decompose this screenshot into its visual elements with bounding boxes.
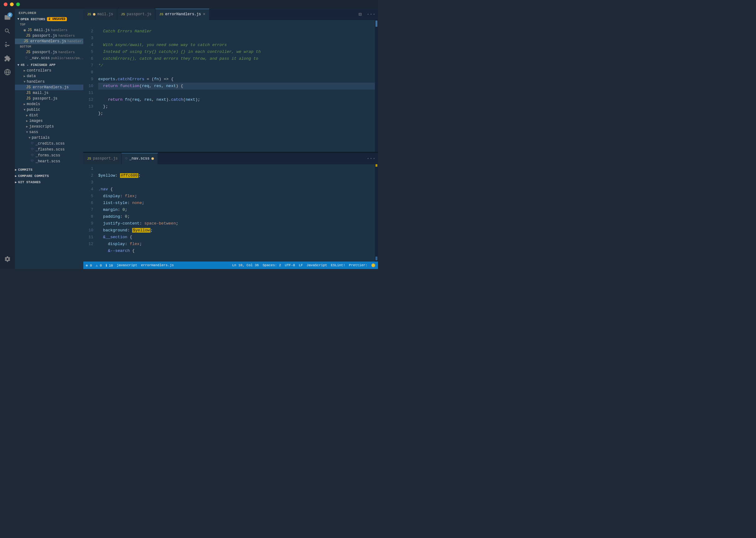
file-forms[interactable]: ♡ _forms.scss bbox=[15, 152, 83, 158]
open-editor-nav[interactable]: ♡ _nav.scss public/sass/pa... bbox=[15, 55, 83, 61]
folder-images-label: images bbox=[29, 119, 43, 123]
file-forms-label: _forms.scss bbox=[35, 153, 60, 158]
file-credits[interactable]: ♡ _credits.scss bbox=[15, 140, 83, 146]
tab-errorhandlers-label: errorHandlers.js bbox=[165, 12, 201, 17]
extensions-icon bbox=[4, 55, 11, 62]
folder-partials-label: partials bbox=[32, 135, 50, 140]
folder-public-label: public bbox=[27, 108, 40, 112]
tab-js-icon: JS bbox=[87, 157, 91, 160]
status-language[interactable]: JavaScript bbox=[307, 263, 327, 267]
status-line-ending[interactable]: LF bbox=[299, 263, 303, 267]
folder-dist[interactable]: ▶ dist bbox=[15, 113, 83, 118]
activity-search[interactable] bbox=[1, 25, 14, 37]
source-control-icon bbox=[4, 41, 11, 48]
open-editor-errorhandlers[interactable]: JS errorHandlers.js handler... bbox=[15, 38, 83, 44]
tab-css-icon: ♡ bbox=[125, 157, 127, 161]
close-icon[interactable]: × bbox=[203, 12, 205, 17]
folder-handlers[interactable]: ▼ handlers bbox=[15, 79, 83, 84]
folder-sass[interactable]: ▼ sass bbox=[15, 130, 83, 135]
code-top[interactable]: Catch Errors Handler With async/await, y… bbox=[96, 20, 378, 152]
status-encoding[interactable]: UTF-8 bbox=[285, 263, 295, 267]
folder-handlers-label: handlers bbox=[27, 80, 45, 84]
folder-sass-label: sass bbox=[29, 130, 38, 134]
folder-partials[interactable]: ▼ partials bbox=[15, 135, 83, 140]
open-editor-passport[interactable]: JS passport.js handlers bbox=[15, 33, 83, 38]
activity-remote[interactable] bbox=[1, 66, 14, 79]
file-heart[interactable]: ♡ _heart.scss bbox=[15, 158, 83, 164]
compare-commits-section[interactable]: COMPARE COMMITS bbox=[15, 173, 83, 179]
top-tab-bar: JS mail.js JS passport.js JS errorHandle… bbox=[83, 9, 378, 20]
open-editor-passport-bottom-label: passport.js bbox=[33, 50, 57, 54]
open-editors-arrow bbox=[18, 18, 19, 21]
folder-arrow: ▶ bbox=[26, 125, 28, 129]
scrollbar-bottom[interactable] bbox=[375, 164, 378, 261]
status-prettier[interactable]: Prettier: bbox=[349, 263, 368, 267]
close-button[interactable] bbox=[4, 3, 8, 6]
tab-passport-bottom[interactable]: JS passport.js bbox=[83, 153, 122, 164]
activity-settings[interactable] bbox=[1, 253, 14, 265]
activity-files[interactable]: 2 bbox=[1, 11, 14, 24]
bottom-code-editor[interactable]: 1 2 3 4 5 6 7 8 9 10 11 12 $yellow: #ffc… bbox=[83, 164, 378, 261]
folder-public[interactable]: ▼ public bbox=[15, 107, 83, 113]
folder-controllers[interactable]: ▶ controllers bbox=[15, 68, 83, 74]
minimize-button[interactable] bbox=[10, 3, 14, 6]
status-eslint[interactable]: ESLint! bbox=[331, 263, 345, 267]
open-editors-label: OPEN EDITORS bbox=[21, 18, 45, 21]
file-errorhandlers[interactable]: JS errorHandlers.js bbox=[15, 84, 83, 90]
folder-models[interactable]: ▶ models bbox=[15, 101, 83, 107]
open-editor-passport-bottom[interactable]: JS passport.js handlers bbox=[15, 49, 83, 55]
sidebar-title: EXPLORER bbox=[15, 9, 83, 16]
remote-icon bbox=[4, 69, 11, 76]
activity-bar: 2 bbox=[0, 9, 15, 269]
code-bottom[interactable]: $yellow: #ffc600; .nav { display: flex; … bbox=[96, 164, 378, 261]
status-spaces[interactable]: Spaces: 2 bbox=[263, 263, 281, 267]
more-actions-button[interactable]: ··· bbox=[364, 12, 378, 17]
editor-area: JS mail.js JS passport.js JS errorHandle… bbox=[83, 9, 378, 269]
tab-js-icon: JS bbox=[87, 13, 91, 16]
tab-passport[interactable]: JS passport.js bbox=[117, 9, 155, 20]
file-passport-label: passport.js bbox=[33, 96, 58, 101]
activity-extensions[interactable] bbox=[1, 52, 14, 65]
open-editor-mail[interactable]: JS mail.js handlers bbox=[15, 27, 83, 33]
top-code-editor[interactable]: 2 3 4 5 6 7 8 9 10 11 12 13 Catch Errors… bbox=[83, 20, 378, 152]
file-passport[interactable]: JS passport.js bbox=[15, 96, 83, 101]
folder-javascripts[interactable]: ▶ javascripts bbox=[15, 124, 83, 130]
scrollbar-top[interactable] bbox=[375, 20, 378, 152]
tab-js-icon: JS bbox=[121, 13, 125, 16]
folder-images[interactable]: ▶ images bbox=[15, 118, 83, 124]
folder-arrow: ▼ bbox=[28, 136, 30, 139]
css-icon: ♡ bbox=[31, 147, 33, 152]
commits-section[interactable]: COMMITS bbox=[15, 167, 83, 173]
file-mail[interactable]: JS mail.js bbox=[15, 90, 83, 96]
folder-javascripts-label: javascripts bbox=[29, 124, 54, 129]
git-stashes-section[interactable]: GIT STASHES bbox=[15, 179, 83, 185]
js-icon: JS bbox=[26, 96, 30, 101]
tab-errorhandlers[interactable]: JS errorHandlers.js × bbox=[155, 9, 210, 20]
open-editors-section[interactable]: OPEN EDITORS 2 UNSAVED bbox=[15, 16, 83, 22]
folder-arrow: ▼ bbox=[24, 108, 25, 112]
top-editor-pane: JS mail.js JS passport.js JS errorHandle… bbox=[83, 9, 378, 152]
maximize-button[interactable] bbox=[16, 3, 20, 6]
search-icon bbox=[4, 28, 11, 34]
tab-nav-scss-label: _nav.scss bbox=[129, 156, 150, 161]
file-mail-label: mail.js bbox=[33, 91, 48, 95]
status-cursor-position[interactable]: Ln 10, Col 36 bbox=[232, 263, 259, 267]
status-errors: ⊗ 0 bbox=[86, 263, 92, 267]
file-credits-label: _credits.scss bbox=[35, 141, 65, 146]
folder-data[interactable]: ▶ data bbox=[15, 74, 83, 79]
scroll-thumb-top-indicator bbox=[376, 164, 378, 167]
tab-passport-bottom-label: passport.js bbox=[93, 156, 118, 161]
status-warnings: ⚠ 0 bbox=[96, 263, 102, 267]
file-flashes[interactable]: ♡ _flashes.scss bbox=[15, 146, 83, 152]
tab-js-icon: JS bbox=[159, 13, 163, 16]
activity-source-control[interactable] bbox=[1, 38, 14, 51]
open-editor-nav-path: public/sass/pa... bbox=[51, 56, 83, 60]
tab-mail[interactable]: JS mail.js bbox=[83, 9, 117, 20]
split-editor-button[interactable]: ⊟ bbox=[356, 11, 364, 18]
tab-nav-scss[interactable]: ♡ _nav.scss bbox=[122, 153, 158, 164]
open-editor-errorhandlers-label: errorHandlers.js bbox=[30, 39, 66, 43]
project-section[interactable]: 45 - FINISHED APP bbox=[15, 62, 83, 68]
status-language-mode[interactable]: javascript bbox=[117, 263, 137, 267]
more-actions-bottom-button[interactable]: ··· bbox=[364, 156, 378, 161]
js-icon: JS bbox=[26, 85, 30, 89]
